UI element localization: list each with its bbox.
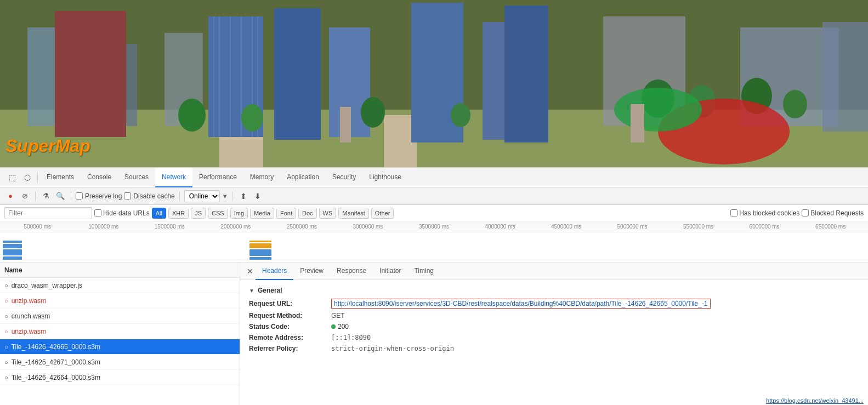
svg-rect-34 [340,107,351,142]
preserve-log-text: Preserve log [85,192,122,200]
inspect-icon-btn[interactable]: ⬚ [4,170,20,185]
device-toolbar-btn[interactable]: ⬡ [20,170,35,185]
remote-address-value: [::1]:8090 [331,334,371,341]
status-code-value: 200 [331,323,349,330]
referrer-policy-value: strict-origin-when-cross-origin [331,345,454,352]
filter-all-btn[interactable]: All [152,208,166,219]
tab-lighthouse[interactable]: Lighthouse [362,168,408,187]
clear-btn[interactable]: ⊘ [19,190,31,202]
blocked-requests-label[interactable]: Blocked Requests [802,209,864,217]
svg-point-33 [614,88,702,132]
toolbar-divider-2 [71,191,71,201]
file-name-3: unzip.wasm [12,328,46,335]
filter-input[interactable] [4,207,92,219]
blocked-requests-text: Blocked Requests [810,209,864,217]
ruler-mark-5: 3000000 ms [335,224,401,230]
request-url-value[interactable]: http://localhost:8090/iserver/services/3… [331,299,711,309]
file-item-6[interactable]: ○ Tile_-14626_42664_0000.s3m [0,370,240,385]
ruler-mark-10: 5500000 ms [665,224,731,230]
svg-point-25 [241,104,263,132]
request-url-row: Request URL: http://localhost:8090/iserv… [249,299,859,309]
file-list-body: ○ draco_wasm_wrapper.js ○ unzip.wasm ○ c… [0,278,240,405]
search-btn[interactable]: 🔍 [54,190,66,202]
city-scene [0,0,868,167]
file-item-2[interactable]: ○ crunch.wasm [0,309,240,324]
filter-manifest-btn[interactable]: Manifest [338,208,369,219]
hide-data-urls-checkbox[interactable] [94,209,101,216]
disable-cache-label[interactable]: Disable cache [124,192,174,200]
ruler-mark-9: 5000000 ms [599,224,666,230]
details-panel: ✕ Headers Preview Response Initiator Tim… [240,263,868,405]
file-item-0[interactable]: ○ draco_wasm_wrapper.js [0,278,240,293]
file-name-5: Tile_-14625_42671_0000.s3m [12,358,100,366]
blocked-cookies-checkbox[interactable] [730,209,737,216]
main-content: Name ○ draco_wasm_wrapper.js ○ unzip.was… [0,263,868,405]
hide-data-urls-text: Hide data URLs [103,209,150,217]
ruler-mark-4: 2500000 ms [269,224,335,230]
close-details-btn[interactable]: ✕ [245,266,256,277]
tab-elements[interactable]: Elements [40,168,81,187]
preserve-log-label[interactable]: Preserve log [76,192,122,200]
file-item-5[interactable]: ○ Tile_-14625_42671_0000.s3m [0,355,240,370]
filter-other-btn[interactable]: Other [371,208,394,219]
ruler-mark-8: 4500000 ms [533,224,599,230]
filter-js-btn[interactable]: JS [191,208,206,219]
filter-img-btn[interactable]: Img [230,208,248,219]
detail-tab-timing[interactable]: Timing [407,263,440,280]
detail-tab-response[interactable]: Response [330,263,373,280]
throttle-select[interactable]: Online [184,190,220,202]
file-icon-2: ○ [4,313,8,320]
tab-network[interactable]: Network [155,168,192,187]
svg-point-26 [361,97,385,128]
tab-console[interactable]: Console [81,168,118,187]
file-name-2: crunch.wasm [12,312,50,320]
tab-application[interactable]: Application [280,168,326,187]
bottom-link[interactable]: https://blog.csdn.net/weixin_43491... [766,397,864,404]
svg-point-24 [178,99,206,132]
import-btn[interactable]: ⬆ [237,190,249,202]
request-method-row: Request Method: GET [249,312,859,320]
file-icon-1: ○ [4,298,8,304]
devtools-panel: ⬚ ⬡ Elements Console Sources Network Per… [0,167,868,405]
filter-xhr-btn[interactable]: XHR [168,208,189,219]
detail-tab-preview[interactable]: Preview [293,263,330,280]
file-item-1[interactable]: ○ unzip.wasm [0,293,240,309]
blocked-cookies-text: Has blocked cookies [739,209,799,217]
filter-doc-btn[interactable]: Doc [298,208,317,219]
tab-performance[interactable]: Performance [192,168,243,187]
filter-css-btn[interactable]: CSS [208,208,228,219]
tab-sources[interactable]: Sources [118,168,155,187]
timeline-ruler: 500000 ms 1000000 ms 1500000 ms 2000000 … [0,221,868,232]
filter-font-btn[interactable]: Font [276,208,296,219]
status-code-row: Status Code: 200 [249,323,859,330]
file-item-3[interactable]: ○ unzip.wasm [0,324,240,339]
file-list-header: Name [0,263,240,278]
blocked-requests-checkbox[interactable] [802,209,809,216]
general-section-header[interactable]: ▼ General [249,287,859,294]
tab-bar: ⬚ ⬡ Elements Console Sources Network Per… [0,168,868,187]
file-item-4[interactable]: ○ Tile_-14626_42665_0000.s3m [0,339,240,355]
record-btn[interactable]: ● [4,190,16,202]
detail-tab-initiator[interactable]: Initiator [373,263,407,280]
preserve-log-checkbox[interactable] [76,192,83,199]
remote-address-label: Remote Address: [249,334,331,341]
ruler-mark-0: 500000 ms [4,224,71,230]
filter-ws-btn[interactable]: WS [319,208,337,219]
referrer-policy-label: Referrer Policy: [249,345,331,352]
file-name-1: unzip.wasm [12,297,46,305]
ruler-mark-6: 3500000 ms [401,224,467,230]
export-btn[interactable]: ⬇ [252,190,264,202]
remote-address-row: Remote Address: [::1]:8090 [249,334,859,341]
filter-btn[interactable]: ⚗ [40,190,52,202]
logo-s: S [5,136,17,156]
hide-data-urls-label[interactable]: Hide data URLs [94,209,150,217]
disable-cache-checkbox[interactable] [124,192,131,199]
tab-separator-1 [37,172,38,183]
tab-memory[interactable]: Memory [243,168,280,187]
file-name-0: draco_wasm_wrapper.js [12,282,82,289]
filter-media-btn[interactable]: Media [250,208,274,219]
blocked-cookies-label[interactable]: Has blocked cookies [730,209,799,217]
detail-tab-headers[interactable]: Headers [256,263,293,280]
ruler-mark-7: 4000000 ms [467,224,534,230]
tab-security[interactable]: Security [326,168,362,187]
